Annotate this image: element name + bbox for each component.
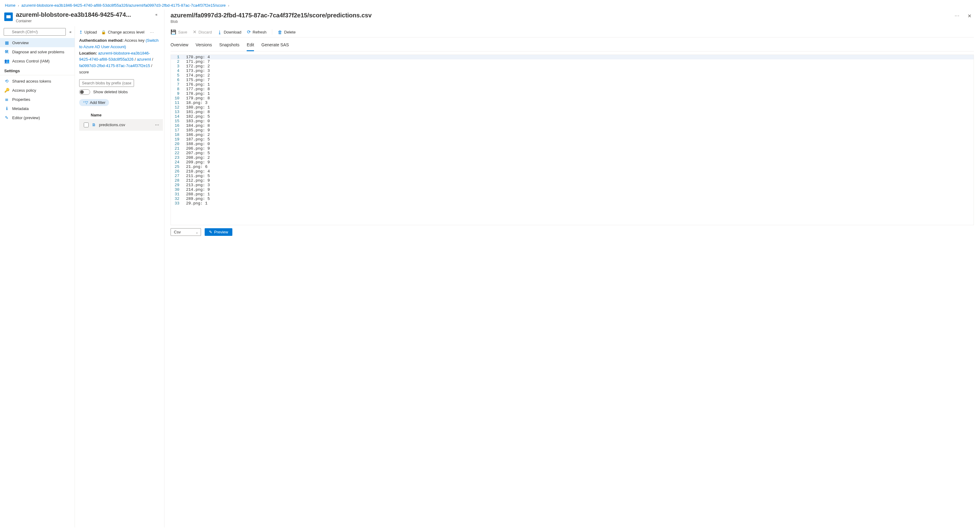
sidebar-search-input[interactable] (4, 28, 66, 36)
editor-line[interactable]: 13181.png: 8 (171, 110, 974, 114)
editor-line[interactable]: 15183.png: 0 (171, 119, 974, 123)
sidebar-item-properties[interactable]: ≣Properties (0, 95, 75, 104)
upload-icon: ↥ (79, 30, 83, 34)
sidebar-item-overview[interactable]: ▦Overview (0, 38, 75, 47)
line-number: 8 (171, 87, 182, 91)
editor-line[interactable]: 14182.png: 5 (171, 114, 974, 119)
sidebar-item-shared-access-tokens[interactable]: ⟲Shared access tokens (0, 76, 75, 86)
discard-button[interactable]: ✕Discard (193, 29, 212, 35)
tab-generate-sas[interactable]: Generate SAS (261, 40, 289, 51)
tab-snapshots[interactable]: Snapshots (219, 40, 239, 51)
line-content: 181.png: 8 (182, 110, 210, 114)
collapse-panel-button[interactable]: « (153, 11, 160, 18)
tab-overview[interactable]: Overview (170, 40, 188, 51)
close-icon[interactable]: ✕ (965, 12, 974, 20)
location-segment[interactable]: azureml (137, 57, 151, 62)
editor-line[interactable]: 3172.png: 2 (171, 64, 974, 69)
sidebar: 🔍 « ▦Overview🛠Diagnose and solve problem… (0, 26, 75, 527)
location-segment[interactable]: fa0997d3-2fbd-4175-87ac-7ca4f37f2e15 (79, 64, 150, 68)
save-button[interactable]: 💾Save (170, 29, 187, 35)
blob-row[interactable]: 🗎 predictions.csv ··· (79, 119, 163, 131)
editor-line[interactable]: 28212.png: 9 (171, 178, 974, 183)
editor-line[interactable]: 2171.png: 7 (171, 59, 974, 64)
line-content: 188.png: 0 (182, 142, 210, 146)
blob-prefix-search-input[interactable] (79, 79, 134, 87)
preview-button[interactable]: ✎ Preview (205, 228, 232, 236)
editor-line[interactable]: 29213.png: 3 (171, 183, 974, 187)
line-number: 7 (171, 82, 182, 87)
add-filter-button[interactable]: ⁺▽ Add filter (79, 99, 109, 106)
line-content: 177.png: 8 (182, 87, 210, 91)
line-content: 214.png: 9 (182, 187, 210, 192)
change-access-level-button[interactable]: 🔒 Change access level (101, 30, 144, 34)
line-number: 18 (171, 132, 182, 137)
props-icon: ≣ (4, 97, 9, 102)
editor-line[interactable]: 24209.png: 9 (171, 160, 974, 164)
show-deleted-toggle[interactable] (79, 89, 90, 95)
line-number: 16 (171, 123, 182, 128)
breadcrumb-path[interactable]: azureml-blobstore-ea3b1846-9425-4740-af8… (21, 3, 226, 8)
tab-versions[interactable]: Versions (196, 40, 212, 51)
sidebar-item-editor-preview-[interactable]: ✎Editor (preview) (0, 113, 75, 122)
editor-line[interactable]: 4173.png: 3 (171, 69, 974, 73)
editor-line[interactable]: 16184.png: 8 (171, 123, 974, 128)
sidebar-item-label: Diagnose and solve problems (12, 50, 64, 54)
editor-line[interactable]: 10179.png: 8 (171, 96, 974, 100)
overview-icon: ▦ (4, 40, 9, 45)
upload-button[interactable]: ↥ Upload (79, 30, 97, 34)
line-content: 173.png: 3 (182, 69, 210, 73)
column-header-name[interactable]: Name (91, 113, 102, 117)
editor-line[interactable]: 23208.png: 2 (171, 155, 974, 160)
line-number: 20 (171, 142, 182, 146)
sidebar-item-metadata[interactable]: ℹMetadata (0, 104, 75, 113)
editor-line[interactable]: 32289.png: 5 (171, 196, 974, 201)
more-actions-button[interactable]: ··· (149, 30, 155, 34)
editor-line[interactable]: 18186.png: 2 (171, 132, 974, 137)
editor-line[interactable]: 21206.png: 9 (171, 146, 974, 151)
editor-line[interactable]: 31288.png: 1 (171, 192, 974, 196)
svg-rect-0 (6, 15, 11, 18)
collapse-sidebar-button[interactable]: « (68, 29, 73, 35)
line-content: 186.png: 2 (182, 132, 210, 137)
refresh-icon: ⟳ (247, 29, 251, 35)
editor-line[interactable]: 6175.png: 7 (171, 78, 974, 82)
chevron-right-icon: › (228, 4, 229, 7)
editor-line[interactable]: 2521.png: 6 (171, 164, 974, 169)
editor-line[interactable]: 7176.png: 1 (171, 82, 974, 87)
breadcrumb-home[interactable]: Home (5, 3, 16, 8)
blob-row-checkbox[interactable] (84, 123, 89, 127)
editor-line[interactable]: 5174.png: 2 (171, 73, 974, 78)
blob-row-more-button[interactable]: ··· (153, 123, 161, 127)
line-number: 3 (171, 64, 182, 69)
editor-line[interactable]: 1118.png: 3 (171, 100, 974, 105)
editor-line[interactable]: 9178.png: 1 (171, 91, 974, 96)
line-number: 27 (171, 174, 182, 178)
sidebar-item-access-policy[interactable]: 🔑Access policy (0, 86, 75, 95)
tab-edit[interactable]: Edit (247, 40, 254, 51)
editor-line[interactable]: 1170.png: 4 (171, 55, 974, 59)
refresh-button[interactable]: ⟳Refresh (247, 29, 267, 35)
editor-line[interactable]: 3329.png: 1 (171, 201, 974, 206)
blob-list-pane: ↥ Upload 🔒 Change access level ··· Authe… (75, 26, 164, 527)
editor-line[interactable]: 12180.png: 1 (171, 105, 974, 110)
delete-button[interactable]: 🗑Delete (278, 30, 296, 35)
editor-line[interactable]: 26210.png: 4 (171, 169, 974, 174)
format-select[interactable]: Csv ⌄ (170, 228, 201, 236)
delete-icon: 🗑 (278, 30, 282, 35)
editor-line[interactable]: 19187.png: 5 (171, 137, 974, 142)
line-number: 10 (171, 96, 182, 100)
save-icon: 💾 (170, 29, 176, 35)
sidebar-item-diagnose-and-solve-problems[interactable]: 🛠Diagnose and solve problems (0, 47, 75, 56)
editor-line[interactable]: 30214.png: 9 (171, 187, 974, 192)
editor-line[interactable]: 8177.png: 8 (171, 87, 974, 91)
line-content: 176.png: 1 (182, 82, 210, 87)
file-editor[interactable]: 1170.png: 42171.png: 73172.png: 24173.pn… (170, 54, 974, 225)
location-label: Location: (79, 51, 97, 56)
editor-line[interactable]: 22207.png: 5 (171, 151, 974, 155)
editor-line[interactable]: 20188.png: 0 (171, 142, 974, 146)
download-button[interactable]: ⭳Download (218, 30, 242, 35)
editor-line[interactable]: 17185.png: 9 (171, 128, 974, 132)
blob-more-button[interactable]: ··· (952, 12, 962, 20)
editor-line[interactable]: 27211.png: 5 (171, 174, 974, 178)
sidebar-item-access-control-iam-[interactable]: 👥Access Control (IAM) (0, 56, 75, 65)
